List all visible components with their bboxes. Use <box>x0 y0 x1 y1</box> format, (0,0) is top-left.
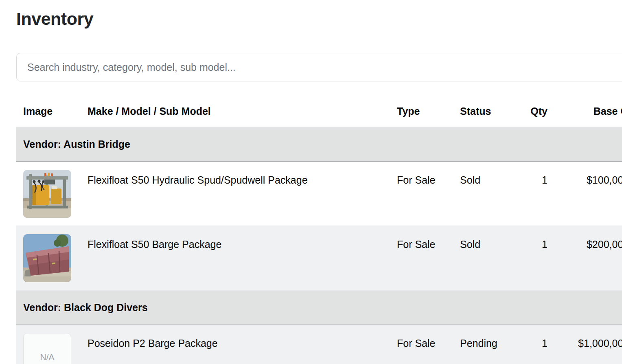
cell-status: Sold <box>453 226 512 290</box>
col-header-image: Image <box>16 92 81 127</box>
inventory-item-row[interactable]: Flexifloat S50 Barge Package For Sale So… <box>16 226 622 290</box>
col-header-qty: Qty <box>512 92 554 127</box>
inventory-table-header: Image Make / Model / Sub Model Type Stat… <box>16 92 622 127</box>
cell-status: Pending <box>453 325 512 364</box>
inventory-table: Image Make / Model / Sub Model Type Stat… <box>16 92 622 364</box>
cell-image: N/A <box>16 325 81 364</box>
inventory-page: Inventory Image Make / Model / Sub Model… <box>0 0 622 364</box>
product-thumbnail[interactable] <box>23 234 71 282</box>
cell-make: Flexifloat S50 Barge Package <box>81 226 390 290</box>
cell-type: For Sale <box>390 325 453 364</box>
cell-qty: 1 <box>512 226 554 290</box>
cell-status: Sold <box>453 162 512 226</box>
cell-make: Flexifloat S50 Hydraulic Spud/Spudwell P… <box>81 162 390 226</box>
col-header-type: Type <box>390 92 453 127</box>
cell-qty: 1 <box>512 162 554 226</box>
col-header-status: Status <box>453 92 512 127</box>
vendor-label: Vendor: Austin Bridge <box>16 127 622 162</box>
cell-base-cost: $100,000.00 <box>554 162 622 226</box>
page-title: Inventory <box>16 0 622 29</box>
search-input[interactable] <box>16 53 622 81</box>
product-photo-pink-barges-icon <box>23 234 71 282</box>
vendor-group-row: Vendor: Austin Bridge <box>16 127 622 162</box>
vendor-group-row: Vendor: Black Dog Divers <box>16 290 622 325</box>
cell-make: Poseidon P2 Barge Package <box>81 325 390 364</box>
search-bar <box>16 53 622 81</box>
cell-image <box>16 226 81 290</box>
cell-base-cost: $200,000.00 <box>554 226 622 290</box>
inventory-table-body: Vendor: Austin Bridge <box>16 127 622 364</box>
cell-image <box>16 162 81 226</box>
cell-type: For Sale <box>390 162 453 226</box>
product-photo-hydraulic-unit-icon <box>23 170 71 218</box>
cell-type: For Sale <box>390 226 453 290</box>
col-header-make: Make / Model / Sub Model <box>81 92 390 127</box>
col-header-base-cost: Base Cost <box>554 92 622 127</box>
vendor-label: Vendor: Black Dog Divers <box>16 290 622 325</box>
na-label: N/A <box>40 351 54 363</box>
image-placeholder: N/A <box>23 333 71 364</box>
cell-base-cost: $1,000,000.00 <box>554 325 622 364</box>
inventory-item-row[interactable]: Flexifloat S50 Hydraulic Spud/Spudwell P… <box>16 162 622 226</box>
cell-qty: 1 <box>512 325 554 364</box>
inventory-item-row[interactable]: N/A Poseidon P2 Barge Package For Sale P… <box>16 325 622 364</box>
product-thumbnail[interactable] <box>23 170 71 218</box>
